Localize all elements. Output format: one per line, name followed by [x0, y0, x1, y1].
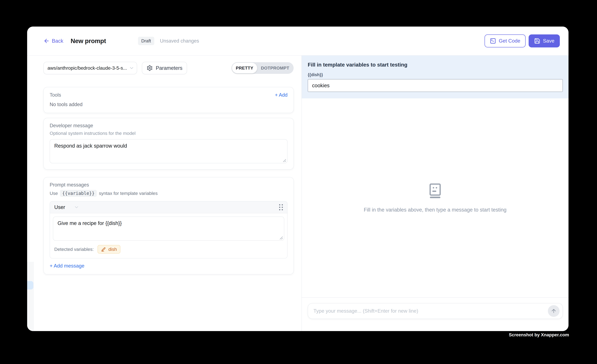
role-select-value[interactable]: User	[54, 204, 65, 210]
toggle-pretty[interactable]: PRETTY	[232, 63, 257, 73]
resize-grip-icon[interactable]	[282, 159, 286, 162]
developer-message-title: Developer message	[50, 123, 288, 129]
page-title: New prompt	[71, 37, 106, 45]
model-selector[interactable]: aws/anthropic/bedrock-claude-3-5-s...	[43, 62, 137, 74]
save-button[interactable]: Save	[529, 34, 560, 47]
view-mode-toggle: PRETTY DOTPROMPT	[231, 62, 294, 74]
message-body: Give me a recipe for {{dish}}	[50, 213, 287, 241]
message-role-row: User	[50, 201, 287, 213]
toggle-dotprompt[interactable]: DOTPROMPT	[257, 63, 293, 73]
send-message-button[interactable]	[548, 305, 559, 317]
variables-panel-title: Fill in template variables to start test…	[308, 62, 563, 68]
hint-prefix: Use	[50, 191, 58, 196]
add-tool-button[interactable]: + Add	[275, 92, 288, 98]
prompt-messages-title: Prompt messages	[50, 182, 288, 188]
tools-card: Tools + Add No tools added	[43, 87, 294, 113]
draft-status-badge: Draft	[138, 37, 154, 45]
detected-variables-label: Detected variables:	[54, 247, 94, 252]
add-message-button[interactable]: + Add message	[50, 263, 84, 269]
parameters-label: Parameters	[156, 65, 182, 71]
chevron-down-icon[interactable]	[74, 205, 79, 210]
model-selector-value: aws/anthropic/bedrock-claude-3-5-s...	[47, 65, 127, 71]
chevron-down-icon	[129, 65, 134, 71]
back-button[interactable]: Back	[43, 38, 63, 44]
save-icon	[534, 38, 540, 44]
pencil-icon	[101, 247, 106, 252]
variable-syntax-hint: Use {{variable}} syntax for template var…	[50, 190, 288, 197]
gear-icon	[147, 65, 153, 71]
arrow-up-icon	[551, 308, 557, 314]
hint-suffix: syntax for template variables	[99, 191, 158, 196]
chat-empty-state: Fill in the variables above, then type a…	[302, 99, 568, 297]
developer-message-textarea[interactable]: Respond as jack sparrow would	[50, 139, 288, 163]
variable-chip-label: dish	[108, 247, 117, 252]
message-textarea[interactable]: Give me a recipe for {{dish}}	[53, 217, 284, 241]
side-panel-highlight	[27, 281, 33, 289]
prompt-messages-card: Prompt messages Use {{variable}} syntax …	[43, 177, 294, 274]
variable-syntax-code: {{variable}}	[60, 190, 97, 197]
variable-dish-label: {{dish}}	[308, 72, 563, 77]
message-block: User Give me a recipe for {{dish}} Detec…	[50, 201, 288, 258]
tools-title: Tools	[50, 92, 61, 98]
arrow-left-icon	[43, 38, 50, 44]
chat-empty-text: Fill in the variables above, then type a…	[364, 207, 506, 213]
variable-chip-dish[interactable]: dish	[98, 245, 120, 254]
status-group: Draft Unsaved changes	[138, 37, 199, 45]
get-code-label: Get Code	[499, 38, 520, 44]
developer-message-card: Developer message Optional system instru…	[43, 118, 294, 169]
watermark-text: Screenshot by Xnapper.com	[509, 332, 569, 337]
chat-message-input[interactable]	[308, 303, 563, 319]
save-label: Save	[543, 38, 554, 44]
resize-grip-icon[interactable]	[279, 236, 283, 240]
screenshot-canvas: Back New prompt Draft Unsaved changes Ge…	[0, 0, 597, 364]
template-variables-panel: Fill in template variables to start test…	[302, 56, 568, 99]
developer-message-subtitle: Optional system instructions for the mod…	[50, 131, 288, 136]
bot-face-icon	[427, 183, 443, 199]
variable-dish-input[interactable]	[308, 79, 563, 92]
back-label: Back	[52, 38, 63, 44]
unsaved-changes-text: Unsaved changes	[160, 38, 199, 44]
get-code-button[interactable]: Get Code	[485, 34, 526, 47]
chat-input-row	[302, 297, 568, 331]
model-row: aws/anthropic/bedrock-claude-3-5-s... Pa…	[43, 62, 294, 74]
parameters-button[interactable]: Parameters	[142, 62, 187, 74]
prompt-editor-pane: aws/anthropic/bedrock-claude-3-5-s... Pa…	[27, 56, 301, 331]
main-split: aws/anthropic/bedrock-claude-3-5-s... Pa…	[27, 56, 568, 331]
terminal-icon	[490, 38, 496, 44]
app-window: Back New prompt Draft Unsaved changes Ge…	[27, 27, 568, 331]
test-pane: Fill in template variables to start test…	[301, 56, 568, 331]
header-bar: Back New prompt Draft Unsaved changes Ge…	[27, 27, 568, 56]
detected-variables-row: Detected variables: dish	[50, 241, 287, 258]
side-panel-edge	[27, 262, 34, 331]
drag-handle-icon[interactable]	[279, 204, 283, 210]
tools-empty-text: No tools added	[50, 102, 288, 107]
